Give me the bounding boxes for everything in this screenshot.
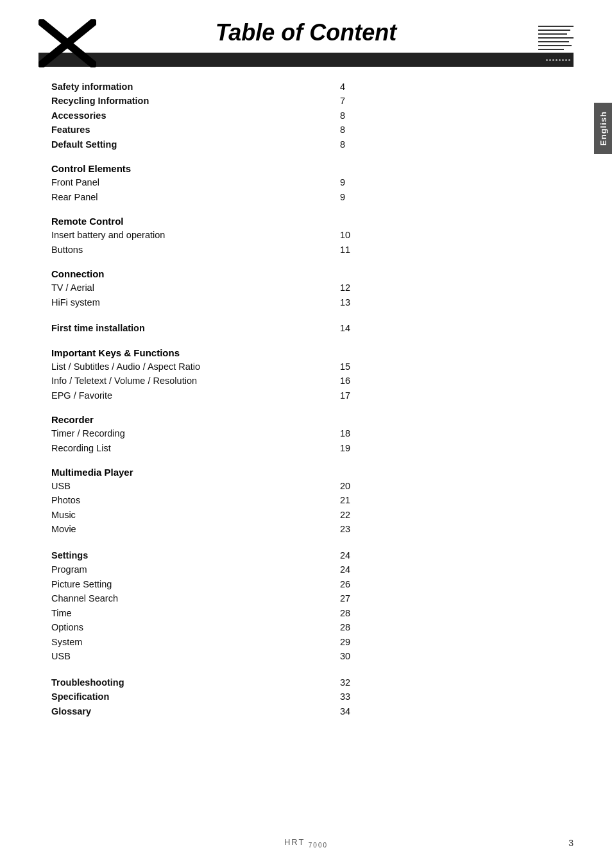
toc-row: USB 30 — [51, 649, 359, 663]
toc-page: 9 — [340, 190, 359, 204]
toc-row: HiFi system 13 — [51, 295, 359, 309]
toc-label: Safety information — [51, 80, 133, 94]
section-divider-bar — [38, 53, 574, 67]
toc-page: 8 — [340, 108, 359, 123]
toc-label: List / Subtitles / Audio / Aspect Ratio — [51, 360, 200, 374]
toc-page: 12 — [340, 281, 359, 295]
toc-label: Insert battery and operation — [51, 228, 165, 242]
toc-page: 7 — [340, 94, 359, 108]
section-remote: Remote Control Insert battery and operat… — [51, 216, 561, 257]
section-first-installation: First time installation 14 — [51, 321, 561, 335]
toc-label: Features — [51, 123, 90, 137]
section-heading: Important Keys & Functions — [51, 347, 561, 358]
toc-label: Accessories — [51, 108, 106, 123]
toc-row: Glossary 34 — [51, 704, 359, 718]
toc-page: 28 — [340, 620, 359, 634]
section-multimedia: Multimedia Player USB 20 Photos 21 Music… — [51, 467, 561, 537]
toc-page: 8 — [340, 137, 359, 152]
toc-page: 16 — [340, 374, 359, 388]
toc-label: Movie — [51, 522, 76, 536]
toc-page: 4 — [340, 80, 359, 94]
toc-row: First time installation 14 — [51, 321, 359, 335]
toc-page: 14 — [340, 321, 359, 335]
footer-brand: HRT 7000 — [284, 837, 328, 849]
toc-label: Program — [51, 562, 87, 577]
section-heading: Recorder — [51, 414, 561, 425]
section-heading: Connection — [51, 268, 561, 279]
language-sidebar: English — [594, 103, 612, 154]
toc-row: Recycling Information 7 — [51, 94, 359, 108]
toc-label: Default Setting — [51, 137, 117, 152]
section-important-keys: Important Keys & Functions List / Subtit… — [51, 347, 561, 403]
section-heading: Remote Control — [51, 216, 561, 227]
toc-label: Picture Setting — [51, 577, 112, 591]
toc-label: Rear Panel — [51, 190, 98, 204]
toc-label: TV / Aerial — [51, 281, 94, 295]
toc-label: Troubleshooting — [51, 675, 124, 690]
footer-page-number: 3 — [568, 838, 574, 848]
toc-label: Recycling Information — [51, 94, 149, 108]
toc-row: Time 28 — [51, 606, 359, 620]
toc-row: Recording List 19 — [51, 441, 359, 455]
toc-page: 28 — [340, 606, 359, 620]
toc-page: 23 — [340, 522, 359, 536]
footer: HRT 7000 3 — [0, 837, 612, 849]
toc-label: Glossary — [51, 704, 91, 718]
toc-page: 13 — [340, 295, 359, 309]
toc-page: 29 — [340, 635, 359, 649]
toc-row: Timer / Recording 18 — [51, 426, 359, 440]
toc-row: Safety information 4 — [51, 80, 359, 94]
toc-page: 21 — [340, 493, 359, 507]
toc-page: 18 — [340, 426, 359, 440]
section-connection: Connection TV / Aerial 12 HiFi system 13 — [51, 268, 561, 309]
toc-page: 26 — [340, 577, 359, 591]
toc-row: Photos 21 — [51, 493, 359, 507]
toc-page: 20 — [340, 479, 359, 493]
toc-row: USB 20 — [51, 479, 359, 493]
section-control: Control Elements Front Panel 9 Rear Pane… — [51, 163, 561, 204]
toc-row: Features 8 — [51, 123, 359, 137]
toc-page: 24 — [340, 562, 359, 577]
toc-row: Movie 23 — [51, 522, 359, 536]
toc-page: 17 — [340, 388, 359, 403]
toc-label: Recording List — [51, 441, 111, 455]
toc-page: 24 — [340, 548, 359, 562]
toc-label: Music — [51, 508, 76, 522]
toc-row: Accessories 8 — [51, 108, 359, 123]
bar-texture — [546, 59, 570, 61]
toc-row: Settings 24 — [51, 548, 359, 562]
model-label: 7000 — [309, 842, 328, 849]
toc-row: Insert battery and operation 10 — [51, 228, 359, 242]
logo-icon — [38, 19, 96, 67]
toc-row: Specification 33 — [51, 690, 359, 704]
toc-label: Front Panel — [51, 175, 99, 189]
toc-label: HiFi system — [51, 295, 100, 309]
section-intro: Safety information 4 Recycling Informati… — [51, 80, 561, 152]
toc-row: Channel Search 27 — [51, 591, 359, 605]
toc-page: 27 — [340, 591, 359, 605]
toc-page: 33 — [340, 690, 359, 704]
toc-row: Front Panel 9 — [51, 175, 359, 189]
toc-content: Safety information 4 Recycling Informati… — [38, 80, 574, 718]
toc-label: Photos — [51, 493, 80, 507]
page: Table of Content English Safety informat… — [0, 0, 612, 868]
section-heading: Multimedia Player — [51, 467, 561, 478]
toc-row: Options 28 — [51, 620, 359, 634]
toc-row: List / Subtitles / Audio / Aspect Ratio … — [51, 360, 359, 374]
toc-label: Info / Teletext / Volume / Resolution — [51, 374, 197, 388]
toc-label: First time installation — [51, 321, 145, 335]
toc-label: Time — [51, 606, 72, 620]
section-recorder: Recorder Timer / Recording 18 Recording … — [51, 414, 561, 455]
toc-row: EPG / Favorite 17 — [51, 388, 359, 403]
toc-row: Troubleshooting 32 — [51, 675, 359, 690]
section-settings: Settings 24 Program 24 Picture Setting 2… — [51, 548, 561, 664]
toc-page: 22 — [340, 508, 359, 522]
toc-page: 15 — [340, 360, 359, 374]
toc-label: Buttons — [51, 243, 83, 257]
toc-page: 10 — [340, 228, 359, 242]
toc-label: EPG / Favorite — [51, 388, 112, 403]
section-misc: Troubleshooting 32 Specification 33 Glos… — [51, 675, 561, 718]
toc-label: Specification — [51, 690, 109, 704]
toc-row: TV / Aerial 12 — [51, 281, 359, 295]
toc-label: Timer / Recording — [51, 426, 125, 440]
